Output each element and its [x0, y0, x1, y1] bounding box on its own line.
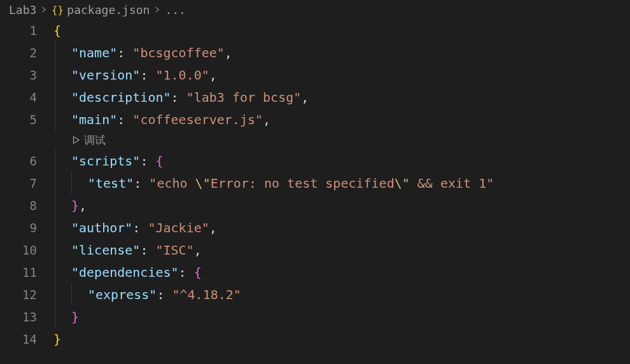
line-number: 1	[0, 24, 53, 38]
code-line[interactable]: 3 "version": "1.0.0",	[0, 64, 630, 86]
code-line[interactable]: 4 "description": "lab3 for bcsg",	[0, 86, 630, 108]
line-number: 2	[0, 46, 53, 60]
code-line[interactable]: 11 "dependencies": {	[0, 261, 630, 283]
code-line[interactable]: 1 {	[0, 19, 630, 41]
debug-codelens[interactable]: 调试	[71, 130, 106, 150]
line-number: 5	[0, 113, 53, 127]
line-number: 4	[0, 90, 53, 104]
code-line[interactable]: 5 "main": "coffeeserver.js",	[0, 108, 630, 130]
svg-text:{}: {}	[52, 4, 63, 15]
line-number: 11	[0, 265, 53, 279]
code-line[interactable]: 13 }	[0, 305, 630, 328]
code-editor[interactable]: 1 { 2 "name": "bcsgcoffee", 3 "version":…	[0, 19, 630, 350]
code-line[interactable]: 9 "author": "Jackie",	[0, 216, 630, 239]
code-line[interactable]: 8 },	[0, 194, 630, 216]
code-line[interactable]: 14 }	[0, 328, 630, 350]
breadcrumb[interactable]: Lab3 {} package.json ...	[0, 0, 630, 19]
codelens-label: 调试	[84, 133, 106, 148]
code-line[interactable]: 12 "express": "^4.18.2"	[0, 283, 630, 305]
line-number: 8	[0, 199, 53, 213]
breadcrumb-folder[interactable]: Lab3	[9, 3, 36, 17]
line-number: 14	[0, 332, 53, 346]
code-line[interactable]: 10 "license": "ISC",	[0, 239, 630, 261]
play-icon	[71, 136, 80, 144]
json-file-icon: {}	[52, 4, 63, 15]
line-number: 10	[0, 243, 53, 257]
code-line[interactable]: 6 "scripts": {	[0, 150, 630, 172]
line-number: 7	[0, 176, 53, 190]
line-number: 3	[0, 68, 53, 82]
line-number: 12	[0, 288, 53, 302]
line-number: 6	[0, 154, 53, 168]
breadcrumb-file[interactable]: package.json	[67, 3, 150, 17]
chevron-right-icon	[153, 4, 161, 16]
code-line[interactable]: 2 "name": "bcsgcoffee",	[0, 41, 630, 64]
line-number: 13	[0, 310, 53, 324]
codelens-row: 调试	[0, 130, 630, 150]
code-line[interactable]: 7 "test": "echo \"Error: no test specifi…	[0, 172, 630, 194]
chevron-right-icon	[40, 4, 48, 16]
breadcrumb-ellipsis[interactable]: ...	[165, 3, 186, 17]
line-number: 9	[0, 221, 53, 235]
